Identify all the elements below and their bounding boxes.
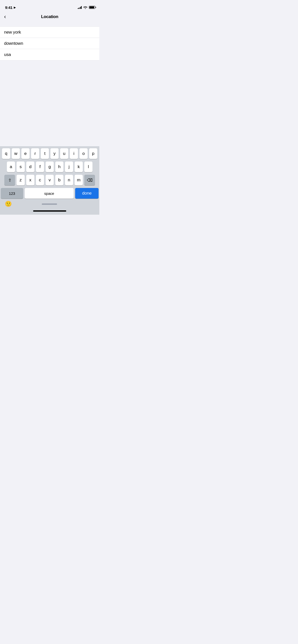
location-field-2[interactable]: [4, 41, 95, 46]
keyboard-row-2: a s d f g h j k l: [1, 162, 99, 172]
key-h[interactable]: h: [55, 162, 63, 172]
delete-key[interactable]: ⌫: [84, 175, 95, 185]
key-o[interactable]: o: [79, 148, 88, 159]
emoji-key[interactable]: 🙂: [5, 201, 12, 207]
location-field-1[interactable]: [4, 30, 95, 35]
key-e[interactable]: e: [21, 148, 30, 159]
key-d[interactable]: d: [26, 162, 34, 172]
key-g[interactable]: g: [46, 162, 54, 172]
key-j[interactable]: j: [65, 162, 73, 172]
keyboard: q w e r t y u i o p a s d f g h j k l ⇧ …: [0, 146, 99, 215]
key-m[interactable]: m: [75, 175, 83, 185]
wifi-icon: [83, 6, 87, 9]
key-b[interactable]: b: [55, 175, 63, 185]
keyboard-row-4: 123 space done: [1, 188, 99, 199]
key-s[interactable]: s: [17, 162, 25, 172]
back-button[interactable]: ‹: [4, 14, 6, 20]
location-fields: [0, 26, 99, 61]
key-z[interactable]: z: [17, 175, 25, 185]
page-title: Location: [41, 14, 58, 19]
key-i[interactable]: i: [70, 148, 78, 159]
key-n[interactable]: n: [65, 175, 73, 185]
key-u[interactable]: u: [60, 148, 68, 159]
home-indicator: [33, 210, 66, 212]
signal-icon: [78, 6, 82, 9]
key-k[interactable]: k: [75, 162, 83, 172]
keyboard-row-3: ⇧ z x c v b n m ⌫: [1, 175, 99, 185]
location-arrow-icon: ▶: [14, 6, 16, 9]
numbers-key[interactable]: 123: [1, 188, 23, 199]
space-key[interactable]: space: [25, 188, 74, 199]
key-c[interactable]: c: [36, 175, 44, 185]
nav-header: ‹ Location: [0, 11, 99, 22]
key-x[interactable]: x: [26, 175, 34, 185]
location-field-3[interactable]: [4, 52, 95, 57]
battery-icon: [89, 6, 95, 9]
status-icons: [78, 6, 96, 9]
back-chevron-icon: ‹: [4, 14, 6, 20]
key-p[interactable]: p: [89, 148, 97, 159]
keyboard-extras: 🙂: [1, 200, 99, 209]
field-row-3[interactable]: [0, 49, 99, 60]
key-q[interactable]: q: [2, 148, 10, 159]
key-l[interactable]: l: [84, 162, 92, 172]
key-r[interactable]: r: [31, 148, 39, 159]
key-v[interactable]: v: [46, 175, 54, 185]
field-row-2[interactable]: [0, 38, 99, 49]
key-y[interactable]: y: [50, 148, 59, 159]
shift-key[interactable]: ⇧: [4, 175, 15, 185]
key-w[interactable]: w: [12, 148, 20, 159]
content-area: [0, 26, 99, 61]
key-t[interactable]: t: [41, 148, 49, 159]
field-row-1[interactable]: [0, 27, 99, 38]
keyboard-row-1: q w e r t y u i o p: [1, 148, 99, 159]
status-time: 9:41: [5, 5, 12, 10]
status-bar: 9:41 ▶: [0, 0, 99, 11]
done-key[interactable]: done: [75, 188, 99, 199]
key-a[interactable]: a: [7, 162, 15, 172]
scroll-indicator: [42, 203, 57, 205]
key-f[interactable]: f: [36, 162, 44, 172]
